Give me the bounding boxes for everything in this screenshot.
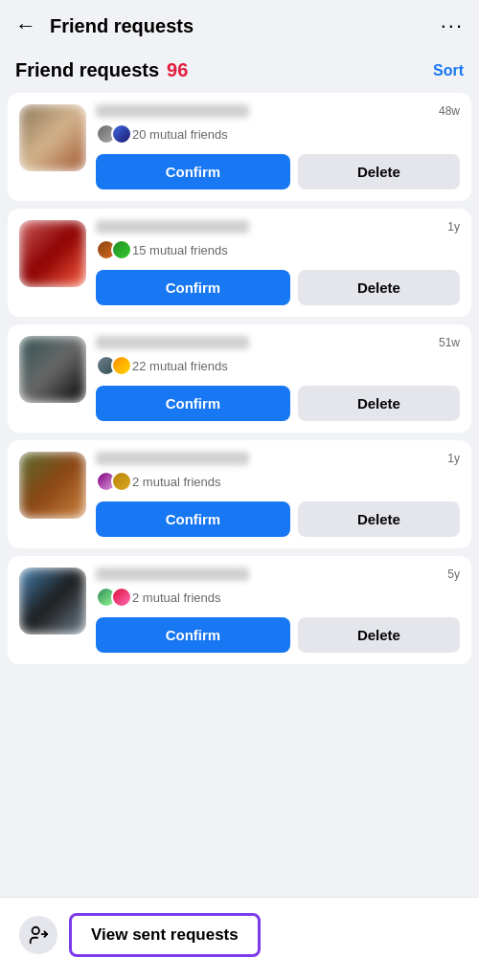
request-count-badge: 96	[167, 59, 188, 81]
request-name-blurred	[96, 568, 249, 581]
request-info: 15 mutual friends Confirm Delete	[96, 220, 460, 305]
timestamp: 51w	[439, 336, 460, 349]
timestamp: 48w	[439, 104, 460, 118]
mutual-avatar	[111, 123, 132, 145]
header-title: Friend requests	[50, 15, 194, 37]
delete-button[interactable]: Delete	[298, 154, 460, 189]
mutual-avatar	[111, 471, 132, 492]
action-buttons: Confirm Delete	[96, 617, 460, 653]
request-name-blurred	[96, 104, 249, 118]
request-name-blurred	[96, 336, 249, 349]
request-item: 20 mutual friends Confirm Delete 48w	[8, 93, 471, 201]
timestamp: 1y	[447, 220, 460, 234]
sort-button[interactable]: Sort	[433, 62, 464, 79]
confirm-button[interactable]: Confirm	[96, 270, 290, 305]
action-buttons: Confirm Delete	[96, 386, 460, 421]
request-item: 2 mutual friends Confirm Delete 1y	[8, 440, 471, 548]
confirm-button[interactable]: Confirm	[96, 154, 290, 189]
sub-header: Friend requests 96 Sort	[0, 52, 479, 93]
page-title: Friend requests	[15, 59, 159, 81]
mutual-avatars	[96, 123, 126, 145]
sub-header-left: Friend requests 96	[15, 59, 188, 81]
svg-point-0	[33, 927, 39, 934]
mutual-friends: 2 mutual friends	[96, 587, 460, 608]
avatar	[19, 336, 86, 403]
request-item: 2 mutual friends Confirm Delete 5y	[8, 556, 471, 664]
request-item: 15 mutual friends Confirm Delete 1y	[8, 209, 471, 317]
view-sent-icon	[19, 916, 57, 954]
mutual-count: 2 mutual friends	[132, 475, 221, 489]
delete-button[interactable]: Delete	[298, 270, 460, 305]
mutual-friends: 15 mutual friends	[96, 239, 460, 260]
request-item: 22 mutual friends Confirm Delete 51w	[8, 324, 471, 433]
bottom-bar: View sent requests	[0, 897, 479, 980]
avatar	[19, 104, 86, 171]
request-list: 20 mutual friends Confirm Delete 48w	[0, 93, 479, 664]
request-info: 20 mutual friends Confirm Delete	[96, 104, 460, 189]
delete-button[interactable]: Delete	[298, 617, 460, 653]
header: ← Friend requests ···	[0, 0, 479, 52]
avatar	[19, 220, 86, 287]
mutual-count: 22 mutual friends	[132, 359, 228, 373]
timestamp: 1y	[447, 452, 460, 465]
confirm-button[interactable]: Confirm	[96, 501, 290, 537]
mutual-avatars	[96, 471, 126, 492]
mutual-avatar	[111, 587, 132, 608]
confirm-button[interactable]: Confirm	[96, 386, 290, 421]
mutual-friends: 20 mutual friends	[96, 123, 460, 145]
mutual-avatars	[96, 587, 126, 608]
more-button[interactable]: ···	[441, 13, 464, 38]
request-name-blurred	[96, 220, 249, 234]
mutual-avatar	[111, 239, 132, 260]
request-info: 2 mutual friends Confirm Delete	[96, 452, 460, 537]
mutual-count: 15 mutual friends	[132, 243, 228, 257]
mutual-avatar	[111, 355, 132, 376]
mutual-friends: 22 mutual friends	[96, 355, 460, 376]
request-name-blurred	[96, 452, 249, 465]
action-buttons: Confirm Delete	[96, 154, 460, 189]
view-sent-requests-button[interactable]: View sent requests	[69, 913, 261, 957]
request-info: 22 mutual friends Confirm Delete	[96, 336, 460, 421]
action-buttons: Confirm Delete	[96, 270, 460, 305]
avatar	[19, 452, 86, 519]
request-info: 2 mutual friends Confirm Delete	[96, 568, 460, 653]
mutual-friends: 2 mutual friends	[96, 471, 460, 492]
mutual-count: 2 mutual friends	[132, 590, 221, 605]
confirm-button[interactable]: Confirm	[96, 617, 290, 653]
delete-button[interactable]: Delete	[298, 386, 460, 421]
avatar	[19, 568, 86, 635]
action-buttons: Confirm Delete	[96, 501, 460, 537]
timestamp: 5y	[447, 568, 460, 581]
mutual-avatars	[96, 355, 126, 376]
delete-button[interactable]: Delete	[298, 501, 460, 537]
mutual-avatars	[96, 239, 126, 260]
mutual-count: 20 mutual friends	[132, 127, 228, 142]
back-button[interactable]: ←	[15, 13, 36, 38]
header-left: ← Friend requests	[15, 13, 194, 38]
